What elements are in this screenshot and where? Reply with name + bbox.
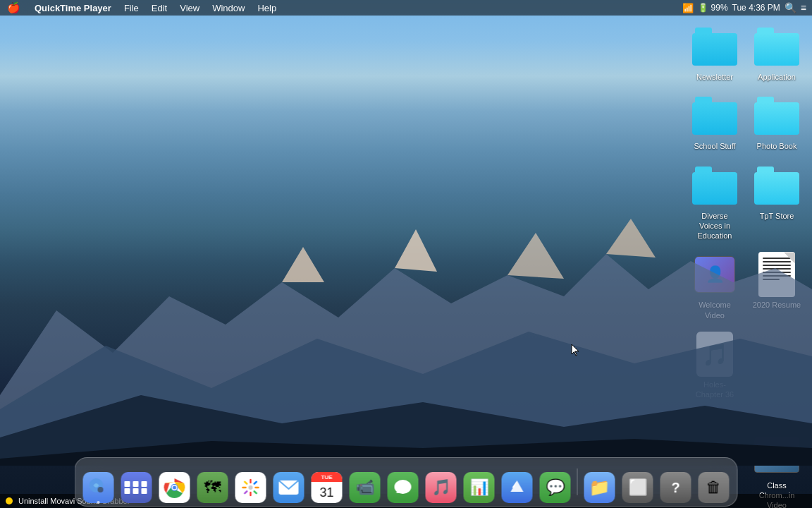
icon-row-3: Diverse Voices in Education TpT Store	[687, 160, 805, 250]
dock-item-help[interactable]: ?	[658, 468, 694, 503]
dock-separator-1	[577, 468, 578, 495]
icon-label-newsletter: Newsletter	[696, 72, 733, 82]
dock-item-numbers[interactable]: 📊	[462, 468, 497, 503]
dock-active-dot	[97, 501, 100, 504]
menubar-left: 🍎 QuickTime Player File Edit View Window…	[0, 0, 282, 16]
svg-line-20	[245, 482, 247, 484]
svg-line-22	[254, 482, 257, 484]
desktop-icon-holes-chapter[interactable]: 🎵 Holes- Chapter 36	[687, 329, 743, 403]
desktop-icon-tpt-store[interactable]: TpT Store	[749, 160, 805, 244]
icon-label-tpt-store: TpT Store	[760, 211, 794, 221]
menu-edit[interactable]: Edit	[146, 0, 173, 16]
dock: 🗺 TUE 31	[75, 457, 738, 507]
menubar-battery: 🔋 99%	[698, 3, 727, 13]
app-name[interactable]: QuickTime Player	[29, 0, 117, 16]
desktop-icon-school-stuff[interactable]: School Stuff	[687, 90, 743, 154]
icon-row-1: Newsletter Application	[687, 21, 805, 90]
icon-label-application: Application	[758, 72, 796, 82]
icon-label-school-stuff: School Stuff	[694, 141, 735, 151]
dock-item-finder2[interactable]: 📁	[582, 468, 617, 503]
icon-label-welcome-video: Welcome Video	[689, 300, 740, 320]
menubar-time: Tue 4:36 PM	[732, 3, 780, 13]
icon-row-4: 👤 Welcome Video 2020 Resume	[687, 249, 805, 329]
desktop-icon-application[interactable]: Application	[749, 21, 805, 85]
menu-help[interactable]: Help	[252, 0, 282, 16]
icon-label-photo-book: Photo Book	[757, 141, 797, 151]
svg-point-25	[395, 480, 412, 494]
dock-item-facetime[interactable]: 📹	[347, 468, 383, 503]
dock-item-maps[interactable]: 🗺	[195, 468, 230, 503]
menu-view[interactable]: View	[174, 0, 205, 16]
menu-window[interactable]: Window	[207, 0, 250, 16]
svg-point-15	[249, 485, 253, 490]
svg-line-23	[245, 491, 247, 493]
menubar: 🍎 QuickTime Player File Edit View Window…	[0, 0, 812, 16]
dock-item-music[interactable]: 🎵	[424, 468, 459, 503]
desktop-icon-2020-resume[interactable]: 2020 Resume	[749, 249, 805, 323]
icon-label-diverse-voices: Diverse Voices in Education	[689, 211, 740, 241]
menubar-right: 📶 🔋 99% Tue 4:36 PM 🔍 ≡	[682, 2, 812, 13]
svg-line-21	[254, 491, 257, 493]
desktop-icon-welcome-video[interactable]: 👤 Welcome Video	[687, 249, 743, 323]
desktop-icons: Newsletter Application School Stuff	[687, 21, 805, 508]
icon-label-2020-resume: 2020 Resume	[753, 300, 801, 310]
dock-item-trash[interactable]: 🗑	[696, 468, 732, 503]
dock-item-launchpad[interactable]	[119, 468, 154, 503]
dock-item-screen[interactable]: ⬜	[620, 468, 656, 503]
apple-menu[interactable]: 🍎	[0, 0, 27, 16]
dock-item-whatsapp[interactable]: 💬	[538, 468, 573, 503]
dock-item-chrome[interactable]	[157, 468, 192, 503]
dock-item-appstore[interactable]	[500, 468, 535, 503]
notification-dot	[6, 497, 13, 504]
menubar-wifi: 📶	[682, 3, 694, 13]
svg-point-14	[173, 486, 176, 490]
dock-item-finder[interactable]	[81, 468, 116, 503]
dock-item-calendar[interactable]: TUE 31	[309, 468, 345, 503]
icon-label-holes-chapter: Holes- Chapter 36	[689, 380, 740, 400]
icon-row-5: 🎵 Holes- Chapter 36	[687, 329, 805, 409]
menubar-search[interactable]: 🔍	[785, 2, 796, 13]
menubar-control[interactable]: ≡	[801, 2, 806, 13]
svg-point-9	[98, 487, 104, 492]
icon-row-2: School Stuff Photo Book	[687, 90, 805, 159]
dock-item-messages[interactable]	[386, 468, 421, 503]
desktop-icon-photo-book[interactable]: Photo Book	[749, 90, 805, 154]
menu-file[interactable]: File	[118, 0, 144, 16]
dock-item-mail[interactable]	[271, 468, 307, 503]
desktop-icon-diverse-voices[interactable]: Diverse Voices in Education	[687, 160, 743, 244]
desktop-icon-newsletter[interactable]: Newsletter	[687, 21, 743, 85]
dock-item-photos[interactable]	[233, 468, 269, 503]
